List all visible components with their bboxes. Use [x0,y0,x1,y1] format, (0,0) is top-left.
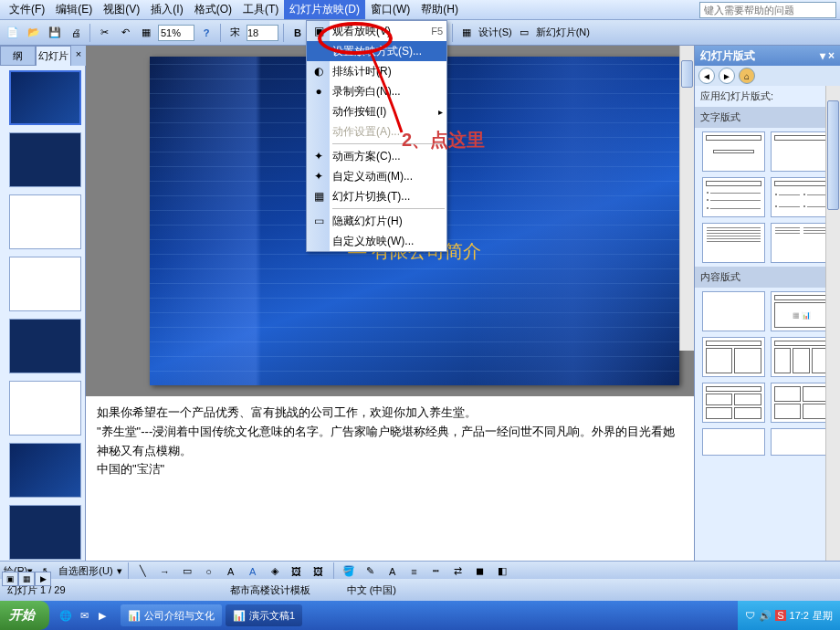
cut-icon[interactable]: ✂ [95,24,113,42]
bold-icon[interactable]: B [289,24,307,42]
nav-back-icon[interactable]: ◄ [698,68,715,84]
slide-thumb-1[interactable] [9,70,81,125]
shadow-icon[interactable]: ◼ [471,562,489,581]
menu-custom-show[interactable]: 自定义放映(W)... [307,231,446,251]
arrow-icon[interactable]: → [156,562,174,581]
wordart-icon[interactable]: A [244,562,262,581]
layout-content[interactable]: ▦ 📊 [771,291,834,331]
open-icon[interactable]: 📂 [25,24,43,42]
nav-fwd-icon[interactable]: ► [719,68,735,84]
menu-edit[interactable]: 编辑(E) [50,0,98,19]
slide-thumb-5[interactable] [9,319,81,373]
layout-title-only[interactable] [771,131,834,172]
layout-three[interactable] [771,337,834,377]
textbox-icon[interactable]: A [222,562,240,581]
slide-thumb-8[interactable] [9,505,81,560]
sorter-view-icon[interactable]: ▦ [18,572,35,586]
menu-file[interactable]: 文件(F) [4,0,50,19]
oval-icon[interactable]: ○ [200,562,218,581]
line-color-icon[interactable]: ✎ [362,562,380,581]
menu-tools[interactable]: 工具(T) [237,0,284,19]
close-pane-icon[interactable]: × [71,46,86,66]
layout-extra2[interactable] [771,428,834,456]
slide-thumb-6[interactable] [9,381,81,436]
menu-rehearse[interactable]: ◐排练计时(R) [307,61,446,81]
normal-view-icon[interactable]: ▣ [2,572,18,586]
new-slide-icon[interactable]: ▭ [515,24,533,42]
tray-icon[interactable]: S [775,610,785,621]
layout-blank[interactable] [702,291,765,331]
notes-line: 如果你希望在一个产品优秀、富有挑战的公司工作，欢迎你加入养生堂。 [97,404,683,423]
taskpane-dropdown-icon[interactable]: ▾ × [820,49,835,62]
menu-hide-slide[interactable]: ▭隐藏幻灯片(H) [307,211,446,231]
quick-launch-icon[interactable]: ▶ [93,606,111,625]
layout-two-content[interactable] [702,337,765,377]
dash-icon[interactable]: ┅ [427,562,446,581]
menu-help[interactable]: 帮助(H) [415,0,464,19]
3d-icon[interactable]: ◧ [493,562,511,581]
layout-four-b[interactable] [771,383,834,423]
slide-thumb-4[interactable] [9,257,81,311]
rect-icon[interactable]: ▭ [178,562,196,581]
menu-slideshow[interactable]: 幻灯片放映(D) [284,0,365,19]
undo-icon[interactable]: ↶ [116,24,134,42]
print-icon[interactable]: 🖨 [67,24,85,42]
arrow-style-icon[interactable]: ⇄ [449,562,467,581]
menu-insert[interactable]: 插入(I) [145,0,188,19]
editor-scrollbar[interactable] [679,46,694,351]
layout-extra1[interactable] [702,428,765,456]
autoshapes-menu[interactable]: 自选图形(U) [58,564,112,578]
taskbar-item[interactable]: 📊演示文稿1 [226,604,302,626]
tray-icon[interactable]: 🛡 [745,610,755,621]
menu-setup-show[interactable]: 设置放映方式(S)... [307,41,446,61]
menu-format[interactable]: 格式(O) [189,0,237,19]
quick-launch-icon[interactable]: ✉ [75,606,93,625]
help-icon[interactable]: ? [197,24,215,42]
slideshow-view-icon[interactable]: ▶ [35,572,51,586]
slide-thumb-2[interactable] [9,132,81,187]
menu-view[interactable]: 视图(V) [98,0,145,19]
fill-icon[interactable]: 🪣 [340,562,358,581]
line-style-icon[interactable]: ≡ [405,562,424,581]
quick-launch-icon[interactable]: 🌐 [57,606,75,625]
layout-four[interactable] [702,383,765,423]
layout-title[interactable] [702,131,765,172]
line-icon[interactable]: ╲ [134,562,152,581]
menu-view-show[interactable]: ▣观看放映(V)F5 [307,21,446,41]
font-color2-icon[interactable]: A [383,562,402,581]
menu-record[interactable]: ●录制旁白(N)... [307,81,446,101]
taskpane-scrollbar[interactable] [825,86,840,561]
font-color-icon[interactable]: 宋 [226,24,244,42]
nav-home-icon[interactable]: ⌂ [739,68,755,84]
slides-tab[interactable]: 幻灯片 [36,46,71,66]
slide-thumb-3[interactable] [9,194,81,249]
tray-icon[interactable]: 🔊 [759,610,772,622]
zoom-input[interactable] [158,25,194,41]
picture-icon[interactable]: 🖼 [310,562,328,581]
slide-thumb-7[interactable] [9,443,81,498]
layout-cols[interactable] [771,223,834,263]
table-icon[interactable]: ▦ [137,24,155,42]
diagram-icon[interactable]: ◈ [266,562,284,581]
help-search-input[interactable] [699,2,836,18]
layout-lines[interactable] [702,223,765,263]
taskbar-item[interactable]: 📊公司介绍与文化 [121,604,222,626]
menu-custom-animation[interactable]: ✦自定义动画(M)... [307,166,446,186]
design-label[interactable]: 设计(S) [478,26,512,39]
menu-action-buttons[interactable]: 动作按钮(I)▸ [307,101,446,121]
outline-tab[interactable]: 纲 [0,46,36,66]
layout-title-text[interactable] [702,177,765,217]
system-tray[interactable]: 🛡 🔊 S 17:2 星期 [738,601,840,630]
task-pane: 幻灯片版式 ▾ × ◄ ► ⌂ 应用幻灯片版式: 文字版式 内容版式 ▦ 📊 插… [694,46,840,588]
start-button[interactable]: 开始 [0,601,49,630]
new-slide-label[interactable]: 新幻灯片(N) [536,26,590,39]
notes-panel[interactable]: 如果你希望在一个产品优秀、富有挑战的公司工作，欢迎你加入养生堂。 "养生堂"--… [86,393,694,588]
menu-slide-transition[interactable]: ▦幻灯片切换(T)... [307,186,446,206]
design-icon[interactable]: ▦ [457,24,476,42]
font-size-input[interactable] [247,25,278,41]
menu-window[interactable]: 窗口(W) [365,0,415,19]
new-icon[interactable]: 📄 [4,24,22,42]
clipart-icon[interactable]: 🖼 [288,562,306,581]
layout-two-col[interactable] [771,177,834,217]
save-icon[interactable]: 💾 [46,24,64,42]
